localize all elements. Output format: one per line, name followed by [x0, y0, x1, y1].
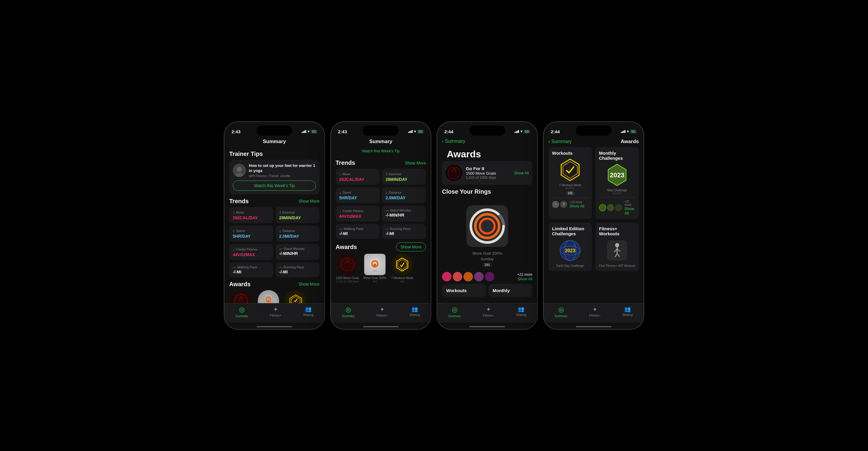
- svg-marker-31: [561, 159, 579, 180]
- award-item-7workout-2: 155 7-Workout Week 155: [390, 254, 414, 283]
- tab-fitness-1[interactable]: ✦ Fitness+: [270, 306, 281, 318]
- awards-show-more-1[interactable]: Show More: [299, 282, 319, 286]
- trends-title-1: Trends: [229, 198, 249, 205]
- scroll-area-2[interactable]: Watch this Week's Tip Trends Show More ↓…: [331, 147, 431, 303]
- nav-header-1: Summary: [224, 137, 324, 147]
- fitness-plus-label-4: First Fitness+ HIIT Workout: [599, 264, 635, 267]
- home-indicator-2: [331, 322, 431, 329]
- summary-icon-1: ◎: [239, 306, 245, 314]
- svg-point-12: [346, 263, 349, 266]
- award-featured-sub2-3: 1,415 of 1500 days: [466, 175, 510, 180]
- monthly-small-badge-3: [615, 204, 622, 211]
- close-rings-title-3: Close Your Rings: [442, 188, 532, 195]
- trend-distance-1: ↓Distance 2.0MI/DAY: [276, 225, 319, 242]
- award-item-rose-1: [229, 290, 253, 303]
- awards-grid-4: Workouts 7-Workout Week 5/18/23 155: [549, 147, 639, 219]
- award-featured-badge-3: [445, 165, 462, 181]
- nav-back-3[interactable]: ‹ Summary: [442, 139, 465, 144]
- award-featured-title-3: Go For It: [466, 166, 510, 171]
- trends-show-more-1[interactable]: Show More: [299, 199, 319, 203]
- tab-sharing-1[interactable]: 👥 Sharing: [303, 306, 313, 318]
- tab-sharing-2[interactable]: 👥 Sharing: [410, 306, 420, 318]
- trends-header-2: Trends Show More: [336, 160, 426, 166]
- summary-icon-4: ◎: [558, 306, 564, 314]
- trend-walking-2: — Walking Pace -/-MI: [336, 224, 380, 239]
- sharing-icon-2: 👥: [411, 306, 418, 312]
- trends-grid-1: ↓Move 282CAL/DAY ↑Exercise 28MIN/DAY ↓St…: [229, 207, 319, 277]
- phone-3: 2:44 ▾ 5G ‹ Summary Awards: [437, 121, 538, 330]
- tab-sharing-label-4: Sharing: [622, 313, 632, 316]
- tab-summary-label-1: Summary: [236, 314, 248, 318]
- awards-show-more-btn-2[interactable]: Show More: [396, 243, 426, 251]
- monthly-show-all-4[interactable]: Show All: [624, 206, 635, 216]
- trend-exercise-2: ↑Exercise 28MIN/DAY: [382, 169, 426, 185]
- nav-title-1: Summary: [229, 139, 319, 145]
- fitness-icon-1: ✦: [273, 306, 278, 313]
- small-ring-4: [474, 272, 484, 281]
- workouts-show-all-4[interactable]: Show All: [569, 204, 588, 208]
- svg-text:155: 155: [400, 269, 404, 272]
- tab-summary-4[interactable]: ◎ Summary: [555, 306, 567, 318]
- watch-tip-hint[interactable]: Watch this Week's Tip: [362, 149, 400, 153]
- trainer-tip-title: How to set up your feet for warrior 1 in…: [249, 163, 316, 173]
- trends-show-more-2[interactable]: Show More: [405, 161, 426, 165]
- ring-label-3: Move Goal 200%: [472, 251, 502, 256]
- tab-summary-3[interactable]: ◎ Summary: [448, 306, 461, 318]
- awards-title-2: Awards: [336, 244, 357, 251]
- watch-tip-button[interactable]: Watch this Week's Tip: [233, 180, 316, 191]
- time-4: 2:44: [551, 129, 560, 134]
- phone-4: 2:44 ▾ 5G ‹ Summary Awards: [543, 121, 644, 330]
- scroll-area-1[interactable]: Trainer Tips How to set up your feet: [224, 147, 324, 303]
- time-1: 2:43: [231, 129, 241, 134]
- svg-text:2023: 2023: [610, 171, 624, 179]
- monthly-btn-3[interactable]: Monthly: [488, 284, 532, 297]
- tab-bar-2: ◎ Summary ✦ Fitness+ 👥 Sharing: [331, 303, 431, 322]
- tab-fitness-2[interactable]: ✦ Fitness+: [376, 306, 388, 318]
- fitness-icon-2: ✦: [380, 306, 385, 313]
- svg-point-8: [267, 300, 270, 302]
- award-badge-1500-2: [337, 254, 358, 275]
- awards-row-1: [229, 290, 319, 303]
- scroll-area-3[interactable]: Awards Go For It 1500 Mo: [437, 146, 537, 303]
- status-icons-1: ▾ 5G: [302, 130, 317, 134]
- trend-stand-min-2: — Stand Minutes -/-MIN/HR: [382, 205, 426, 222]
- show-all-3[interactable]: Show All: [517, 277, 532, 281]
- trend-running-2: — Running Pace -/-MI: [382, 224, 426, 239]
- svg-point-1: [237, 167, 242, 172]
- sharing-icon-1: 👥: [305, 306, 312, 312]
- tab-summary-1[interactable]: ◎ Summary: [236, 306, 248, 318]
- tab-fitness-4[interactable]: ✦ Fitness+: [589, 306, 600, 318]
- tab-sharing-4[interactable]: 👥 Sharing: [622, 306, 632, 318]
- trends-header-1: Trends Show More: [229, 198, 319, 205]
- tab-sharing-label-3: Sharing: [516, 313, 526, 316]
- award-badge-yellow-1: [285, 290, 307, 303]
- trend-distance-2: ↓Distance 2.0MI/DAY: [382, 187, 426, 203]
- small-rings-row-3: [442, 272, 494, 281]
- featured-show-all-3[interactable]: Show All: [514, 171, 529, 175]
- workouts-small-badge-1: 🏃: [552, 201, 559, 208]
- small-ring-1: [442, 272, 452, 281]
- tab-fitness-3[interactable]: ✦ Fitness+: [483, 306, 494, 318]
- dynamic-island-2: [363, 125, 399, 136]
- svg-marker-32: [563, 162, 577, 178]
- trend-stand-min-1: — Stand Minutes -/-MIN/HR: [276, 244, 319, 260]
- svg-text:291: 291: [372, 269, 377, 272]
- workouts-more-count-4: +23 more: [569, 200, 588, 204]
- awards-big-title-3: Awards: [442, 146, 532, 161]
- summary-icon-3: ◎: [452, 306, 458, 314]
- award-label-7workout-2: 7-Workout Week: [391, 276, 413, 280]
- svg-point-17: [374, 264, 376, 266]
- limited-section-4: Limited Edition Challenges 2023: [549, 223, 592, 271]
- nav-title-2: Summary: [336, 139, 426, 145]
- ring-day-3: Sunday: [481, 257, 494, 261]
- dynamic-island-3: [469, 125, 505, 136]
- ring-svg-3: [463, 202, 511, 250]
- svg-text:2023: 2023: [565, 248, 576, 253]
- workouts-small-badge-2: 🏋: [560, 201, 567, 208]
- nav-back-4[interactable]: ‹ Summary: [549, 139, 571, 144]
- award-item-200-2: 291 Move Goal 200% 291: [363, 254, 387, 283]
- workouts-btn-3[interactable]: Workouts: [442, 284, 486, 297]
- tab-summary-2[interactable]: ◎ Summary: [342, 306, 354, 318]
- scroll-area-4[interactable]: Workouts 7-Workout Week 5/18/23 155: [544, 147, 644, 303]
- tab-sharing-3[interactable]: 👥 Sharing: [516, 306, 526, 318]
